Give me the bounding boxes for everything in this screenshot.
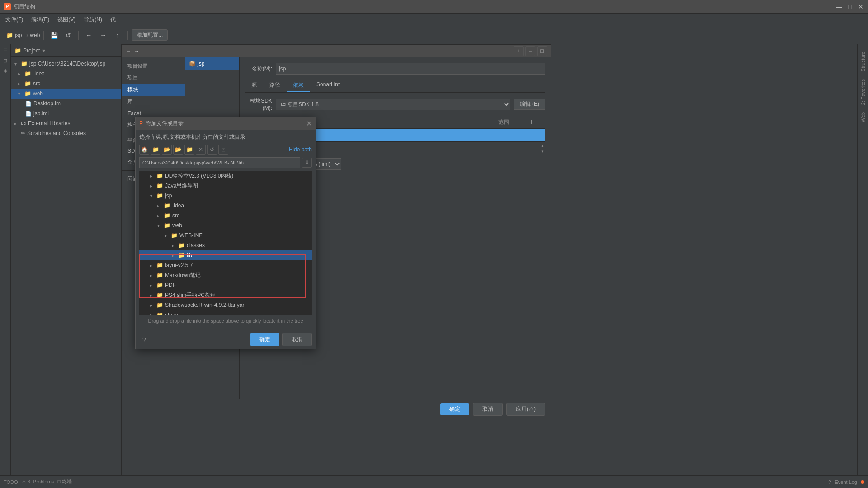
file-help-button[interactable]: ? bbox=[139, 335, 149, 345]
export-add-button[interactable]: + bbox=[527, 117, 536, 127]
tree-arrow-classes: ▸ bbox=[172, 243, 176, 248]
sdk-select[interactable]: 🗂 项目SDK 1.8 bbox=[276, 99, 510, 110]
tree-item-src[interactable]: ▸ 📁 src bbox=[11, 79, 121, 89]
sdk-edit-button[interactable]: 编辑 (E) bbox=[514, 99, 545, 110]
maximize-button[interactable]: □ bbox=[846, 3, 854, 10]
file-delete-button[interactable]: ✕ bbox=[196, 145, 206, 155]
file-path-input[interactable] bbox=[139, 157, 300, 168]
minimize-button[interactable]: — bbox=[835, 3, 843, 10]
tree-item-scratches[interactable]: ✏ Scratches and Consoles bbox=[11, 128, 121, 138]
menu-view[interactable]: 视图(V) bbox=[54, 15, 79, 24]
tree-item-src-label: src bbox=[33, 80, 40, 87]
tab-deps[interactable]: 依赖 bbox=[287, 79, 310, 92]
file-tree-java[interactable]: ▸ 📁 Java思维导图 bbox=[139, 181, 312, 191]
left-icon-3[interactable]: ◈ bbox=[1, 66, 10, 75]
add-config-button[interactable]: 添加配置... bbox=[132, 29, 168, 41]
nav-item-library[interactable]: 库 bbox=[122, 96, 185, 108]
file-tree-shadowsocks[interactable]: ▸ 📁 ShadowsocksR-win-4.9.2-tlanyan bbox=[139, 300, 312, 310]
status-todo[interactable]: TODO bbox=[4, 479, 18, 485]
module-name-label: 名称(M): bbox=[245, 65, 272, 73]
file-tree-layui[interactable]: ▸ 📁 layui-v2.5.7 bbox=[139, 260, 312, 270]
menu-file[interactable]: 文件(F) bbox=[2, 15, 27, 24]
file-tree[interactable]: ▸ 📁 DD监控室v2.3 (VLC3.0内核) ▸ 📁 Java思维导图 ▾ … bbox=[139, 171, 312, 315]
tree-item-jsp-iml-label: jsp.iml bbox=[33, 110, 49, 117]
file-ok-button[interactable]: 确定 bbox=[250, 333, 279, 346]
tree-arrow-dd: ▸ bbox=[150, 174, 155, 178]
right-tab-web[interactable]: Web bbox=[859, 108, 868, 126]
file-tree-classes[interactable]: ▸ 📁 classes bbox=[139, 240, 312, 250]
file-dialog-close-button[interactable]: ✕ bbox=[306, 119, 312, 128]
menu-nav[interactable]: 导航(N) bbox=[80, 15, 106, 24]
toolbar-forward[interactable]: → bbox=[97, 29, 109, 42]
tab-source[interactable]: 源 bbox=[245, 79, 263, 92]
structure-apply-button[interactable]: 应用(△) bbox=[506, 403, 545, 416]
tree-arrow-layui: ▸ bbox=[150, 263, 155, 268]
file-tree-dd[interactable]: ▸ 📁 DD监控室v2.3 (VLC3.0内核) bbox=[139, 171, 312, 181]
file-tree-web[interactable]: ▾ 📁 web bbox=[139, 221, 312, 230]
struct-copy-btn[interactable]: ⊡ bbox=[537, 46, 547, 56]
struct-add-btn[interactable]: + bbox=[514, 46, 524, 56]
file-tree-markdown[interactable]: ▸ 📁 Markdown笔记 bbox=[139, 270, 312, 280]
tree-item-root[interactable]: ▾ 📁 jsp C:\Users\32140\Desktop\jsp bbox=[11, 59, 121, 69]
tab-sonarlint[interactable]: SonarLint bbox=[310, 79, 346, 92]
nav-item-module[interactable]: 模块 bbox=[122, 84, 185, 96]
toolbar-up[interactable]: ↑ bbox=[111, 29, 124, 42]
file-tree-steam[interactable]: ▸ 📁 steam bbox=[139, 310, 312, 315]
toolbar-sync[interactable]: ↺ bbox=[62, 29, 75, 42]
tree-item-desktop-iml[interactable]: 📄 Desktop.iml bbox=[11, 99, 121, 108]
close-button[interactable]: ✕ bbox=[857, 3, 864, 10]
file-tree-pdf[interactable]: ▸ 📁 PDF bbox=[139, 280, 312, 290]
tree-item-jsp-iml[interactable]: 📄 jsp.iml bbox=[11, 108, 121, 118]
file-copy-button[interactable]: ⊡ bbox=[218, 145, 228, 155]
tab-path[interactable]: 路径 bbox=[263, 79, 287, 92]
file-cancel-button[interactable]: 取消 bbox=[282, 333, 312, 346]
right-tab-favorites[interactable]: 2: Favorites bbox=[859, 75, 868, 108]
module-name-display: jsp bbox=[198, 61, 204, 67]
left-icon-2[interactable]: ⊞ bbox=[1, 56, 10, 65]
scroll-down-arrow[interactable]: ▼ bbox=[540, 149, 545, 155]
module-list-item-jsp[interactable]: 📦 jsp bbox=[185, 57, 239, 70]
structure-dialog-nav-back[interactable]: ← bbox=[126, 48, 131, 54]
tree-item-ext-libs[interactable]: ▸ 🗂 External Libraries bbox=[11, 118, 121, 128]
file-new-dir-button[interactable]: 📁 bbox=[184, 145, 194, 155]
menu-code[interactable]: 代 bbox=[107, 15, 119, 24]
folder-icon: 📁 bbox=[14, 47, 21, 54]
status-help[interactable]: ? bbox=[828, 479, 831, 485]
tree-item-idea-label: .idea bbox=[33, 70, 45, 77]
file-new-folder-button[interactable]: 📁 bbox=[151, 145, 160, 155]
nav-item-project[interactable]: 项目 bbox=[122, 71, 185, 84]
project-selector[interactable]: 📁 jsp bbox=[4, 31, 24, 39]
hide-path-link[interactable]: Hide path bbox=[289, 146, 312, 153]
file-path-go-button[interactable]: ⬇ bbox=[302, 158, 312, 168]
file-tree-idea[interactable]: ▸ 📁 .idea bbox=[139, 201, 312, 211]
project-dropdown-arrow[interactable]: ▾ bbox=[42, 47, 45, 54]
right-tab-structure[interactable]: Structure bbox=[859, 48, 868, 75]
file-tree-webinf[interactable]: ▾ 📁 WEB-INF bbox=[139, 230, 312, 240]
folder-icon-web: 📁 bbox=[24, 90, 31, 97]
menu-edit[interactable]: 编辑(E) bbox=[28, 15, 53, 24]
struct-remove-btn[interactable]: − bbox=[525, 46, 535, 56]
left-icon-1[interactable]: ☰ bbox=[1, 46, 10, 55]
structure-ok-button[interactable]: 确定 bbox=[440, 403, 469, 415]
file-tree-jsp[interactable]: ▾ 📁 jsp bbox=[139, 191, 312, 201]
tree-item-web[interactable]: ▾ 📁 web bbox=[11, 89, 121, 99]
export-remove-button[interactable]: − bbox=[536, 117, 545, 127]
scroll-up-arrow[interactable]: ▲ bbox=[540, 143, 545, 149]
status-event-log[interactable]: Event Log bbox=[835, 479, 857, 485]
folder-icon-pdf: 📁 bbox=[156, 282, 163, 288]
structure-dialog-nav-forward[interactable]: → bbox=[134, 48, 139, 54]
file-refresh-button[interactable]: ↺ bbox=[207, 145, 217, 155]
file-open-button[interactable]: 📂 bbox=[173, 145, 183, 155]
status-problems[interactable]: ⚠ 6: Problems bbox=[22, 479, 54, 485]
file-tree-ps4[interactable]: ▸ 📁 PS4 slim手柄PC教程 bbox=[139, 290, 312, 300]
toolbar-save[interactable]: 💾 bbox=[47, 29, 60, 42]
toolbar-back[interactable]: ← bbox=[82, 29, 95, 42]
module-name-input[interactable] bbox=[276, 63, 545, 75]
file-tree-lib[interactable]: ▸ 📁 lib bbox=[139, 250, 312, 260]
tree-item-idea[interactable]: ▸ 📁 .idea bbox=[11, 69, 121, 79]
structure-cancel-button[interactable]: 取消 bbox=[473, 403, 503, 416]
status-terminal[interactable]: □ 终端 bbox=[57, 479, 72, 485]
file-parent-dir-button[interactable]: 📂 bbox=[162, 145, 172, 155]
file-home-button[interactable]: 🏠 bbox=[139, 145, 149, 155]
file-tree-src[interactable]: ▸ 📁 src bbox=[139, 211, 312, 221]
